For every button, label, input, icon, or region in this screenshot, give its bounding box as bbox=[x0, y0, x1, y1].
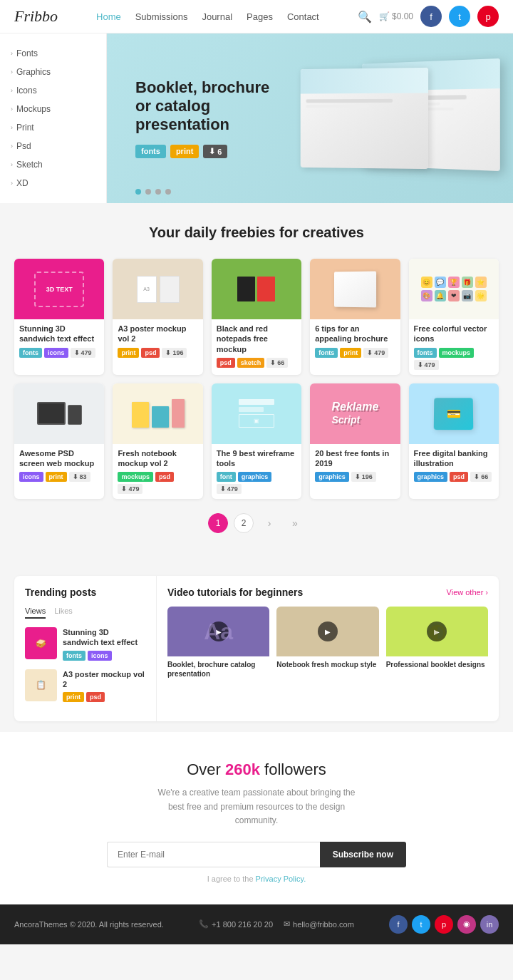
views-tab[interactable]: Views bbox=[25, 607, 46, 619]
tag-fonts[interactable]: fonts bbox=[19, 348, 42, 358]
sidebar-label-fonts: Fonts bbox=[16, 48, 38, 58]
sidebar-item-icons[interactable]: › Icons bbox=[7, 81, 99, 100]
card-title: Stunning 3D sandwich text effect bbox=[19, 324, 99, 344]
tag-fonts[interactable]: fonts bbox=[63, 651, 86, 661]
sidebar-item-xd[interactable]: › XD bbox=[7, 174, 99, 192]
tag-psd[interactable]: psd bbox=[141, 348, 160, 358]
chevron-icon: › bbox=[11, 105, 13, 113]
followers-count: 260k bbox=[225, 760, 260, 778]
trend-item-2[interactable]: 📋 A3 poster mockup vol 2 print psd bbox=[25, 669, 145, 703]
tag-print[interactable]: print bbox=[46, 472, 67, 482]
card-brochure-tips[interactable]: 6 tips for an appealing brochure fonts p… bbox=[310, 259, 400, 375]
sidebar-item-mockups[interactable]: › Mockups bbox=[7, 100, 99, 118]
card-screen-mockup[interactable]: Awesome PSD screen web mockup icons prin… bbox=[14, 383, 104, 500]
card-digital-banking[interactable]: 💳 Free digital banking illustration grap… bbox=[409, 383, 499, 500]
sidebar-label-mockups: Mockups bbox=[16, 104, 51, 114]
sidebar-label-sketch: Sketch bbox=[16, 160, 43, 170]
subscribe-button[interactable]: Subscribe now bbox=[320, 842, 406, 867]
sidebar-item-graphics[interactable]: › Graphics bbox=[7, 63, 99, 81]
video-header: Video tutorials for beginners View other… bbox=[167, 587, 488, 598]
tag-graphics[interactable]: graphics bbox=[238, 472, 272, 482]
tag-fonts[interactable]: fonts bbox=[315, 348, 338, 358]
next-page-button[interactable]: › bbox=[259, 513, 279, 533]
video-card-2[interactable]: ▶ Notebook fresh mockup style bbox=[276, 607, 378, 680]
email-input[interactable] bbox=[107, 842, 320, 867]
twitter-button[interactable]: t bbox=[449, 6, 470, 27]
footer-twitter-button[interactable]: t bbox=[412, 915, 430, 934]
footer-facebook-button[interactable]: f bbox=[389, 915, 408, 934]
card-free-fonts[interactable]: ReklameScript 20 best free fonts in 2019… bbox=[310, 383, 400, 500]
nav-submissions[interactable]: Submissions bbox=[135, 11, 188, 22]
card-sandwich-text[interactable]: 3D TEXT Stunning 3D sandwich text effect… bbox=[14, 259, 104, 375]
tag-psd[interactable]: psd bbox=[217, 358, 235, 368]
tag-print[interactable]: print bbox=[118, 348, 139, 358]
facebook-button[interactable]: f bbox=[420, 6, 442, 27]
nav-contact[interactable]: Contact bbox=[287, 11, 319, 22]
logo[interactable]: Fribbo bbox=[14, 7, 58, 26]
tag-psd[interactable]: psd bbox=[86, 692, 105, 702]
tag-fonts[interactable]: fonts bbox=[414, 348, 437, 358]
cart[interactable]: 🛒 $0.00 bbox=[379, 11, 413, 21]
tag-sketch[interactable]: sketch bbox=[237, 358, 265, 368]
last-page-button[interactable]: » bbox=[285, 513, 305, 533]
chevron-icon: › bbox=[11, 87, 13, 94]
tag-icons[interactable]: icons bbox=[88, 651, 112, 661]
tag-psd[interactable]: psd bbox=[450, 472, 468, 482]
copyright: AncoraThemes © 2020. All rights reserved… bbox=[14, 920, 164, 929]
card-notebook-mockup[interactable]: Fresh notebook mockup vol 2 mockups psd … bbox=[113, 383, 202, 500]
tag-mockups[interactable]: mockups bbox=[118, 472, 153, 482]
dot-3[interactable] bbox=[155, 189, 161, 195]
card-notepads[interactable]: Black and red notepads free mockup psd s… bbox=[212, 259, 301, 375]
chevron-icon: › bbox=[11, 50, 13, 57]
footer-linkedin-button[interactable]: in bbox=[480, 915, 499, 934]
sidebar-item-fonts[interactable]: › Fonts bbox=[7, 44, 99, 63]
trend-thumbnail: 🥪 bbox=[25, 627, 57, 659]
likes-tab[interactable]: Likes bbox=[54, 607, 73, 619]
view-other-button[interactable]: View other › bbox=[447, 588, 488, 597]
nav-journal[interactable]: Journal bbox=[202, 11, 232, 22]
trend-thumbnail: 📋 bbox=[25, 669, 57, 701]
dot-2[interactable] bbox=[145, 189, 151, 195]
play-button[interactable]: ▶ bbox=[318, 621, 338, 641]
card-image: 💳 bbox=[409, 383, 499, 444]
tag-icons[interactable]: icons bbox=[19, 472, 43, 482]
tag-icons[interactable]: icons bbox=[44, 348, 68, 358]
footer-pinterest-button[interactable]: p bbox=[435, 915, 453, 934]
video-card-1[interactable]: Aa ▶ Booklet, brochure catalog presentat… bbox=[167, 607, 269, 680]
dot-4[interactable] bbox=[165, 189, 171, 195]
download-count: ⬇ 479 bbox=[118, 484, 142, 494]
tag-mockups[interactable]: mockups bbox=[439, 348, 475, 358]
tag-count: ⬇ 6 bbox=[203, 145, 227, 158]
nav-pages[interactable]: Pages bbox=[247, 11, 273, 22]
card-image: 😊 💬 🏆 🎁 ⭐ 🎨 🔔 ❤ 📷 🌟 bbox=[409, 259, 499, 319]
video-grid: Aa ▶ Booklet, brochure catalog presentat… bbox=[167, 607, 488, 680]
privacy-link[interactable]: Privacy Policy. bbox=[256, 875, 306, 883]
pagination: 1 2 › » bbox=[14, 513, 499, 533]
video-card-3[interactable]: ◐ ▶ Professional booklet designs bbox=[386, 607, 488, 680]
page-1-button[interactable]: 1 bbox=[208, 513, 228, 533]
tag-graphics[interactable]: graphics bbox=[315, 472, 349, 482]
card-a3-poster[interactable]: A3 A3 poster mockup vol 2 print psd ⬇ 19… bbox=[113, 259, 202, 375]
freebies-grid: 3D TEXT Stunning 3D sandwich text effect… bbox=[14, 259, 499, 499]
sidebar-item-print[interactable]: › Print bbox=[7, 118, 99, 137]
tag-psd[interactable]: psd bbox=[155, 472, 174, 482]
tag-print[interactable]: print bbox=[340, 348, 361, 358]
tag-print[interactable]: print bbox=[63, 692, 84, 702]
card-vector-icons[interactable]: 😊 💬 🏆 🎁 ⭐ 🎨 🔔 ❤ 📷 🌟 Free colorful vector… bbox=[409, 259, 499, 375]
trend-item-1[interactable]: 🥪 Stunning 3D sandwich text effect fonts… bbox=[25, 627, 145, 661]
search-icon[interactable]: 🔍 bbox=[358, 10, 372, 24]
footer-instagram-button[interactable]: ◉ bbox=[457, 915, 476, 934]
pinterest-button[interactable]: p bbox=[477, 6, 499, 27]
dot-1[interactable] bbox=[135, 189, 141, 195]
footer-phone: 📞 +1 800 216 20 20 bbox=[199, 919, 273, 929]
sidebar-item-psd[interactable]: › Psd bbox=[7, 137, 99, 155]
tag-graphics[interactable]: graphics bbox=[414, 472, 448, 482]
tag-font[interactable]: font bbox=[217, 472, 236, 482]
card-wireframe-tools[interactable]: ▣ The 9 best wireframe tools font graphi… bbox=[212, 383, 301, 500]
header: Fribbo Home Submissions Journal Pages Co… bbox=[0, 0, 513, 33]
nav-home[interactable]: Home bbox=[96, 11, 121, 22]
hero-banner: Booklet, brochure or catalog presentatio… bbox=[107, 33, 513, 203]
page-2-button[interactable]: 2 bbox=[234, 513, 254, 533]
card-title: Fresh notebook mockup vol 2 bbox=[118, 448, 197, 469]
sidebar-item-sketch[interactable]: › Sketch bbox=[7, 155, 99, 174]
